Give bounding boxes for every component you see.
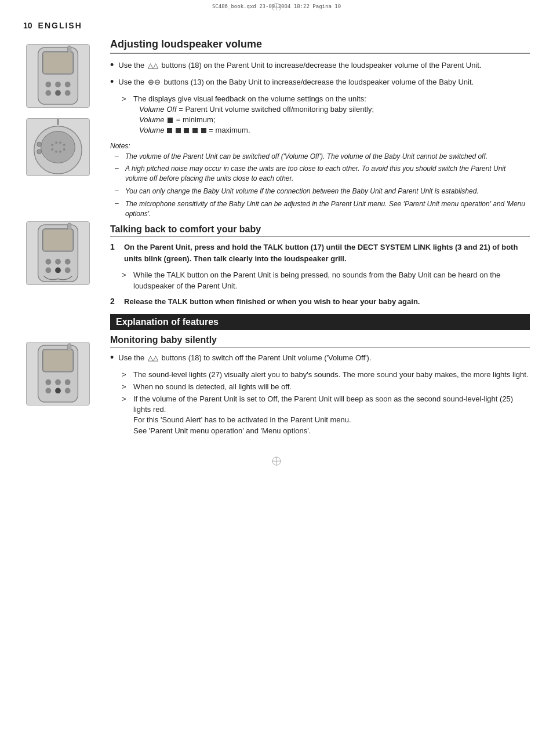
monitoring-sub-2: > When no sound is detected, all lights …	[122, 382, 530, 392]
svg-point-24	[37, 149, 42, 154]
bullet-monitoring-text: Use the △△ buttons (18) to switch off th…	[118, 352, 530, 364]
note-1: – The volume of the Parent Unit can be s…	[115, 152, 530, 162]
svg-point-9	[55, 90, 61, 96]
note-4: – The microphone sensitivity of the Baby…	[115, 199, 530, 219]
step-1-sub: > While the TALK button on the Parent Un…	[122, 270, 530, 291]
notes-label: Notes:	[110, 142, 530, 150]
svg-point-31	[45, 268, 51, 273]
triangle-icon-monitoring: △△	[148, 354, 158, 362]
svg-point-43	[65, 388, 71, 394]
svg-rect-35	[43, 230, 72, 250]
bullet-dot-monitoring: •	[110, 351, 114, 364]
section-adjusting: Adjusting loudspeaker volume • Use the △…	[110, 38, 530, 218]
svg-point-10	[65, 90, 71, 96]
bullet-monitoring: • Use the △△ buttons (18) to switch off …	[110, 352, 530, 364]
section-adjusting-title: Adjusting loudspeaker volume	[110, 38, 530, 54]
bullet-parent-volume-text: Use the △△ buttons (18) on the Parent Un…	[118, 60, 530, 71]
note-3: – You can only change the Baby Unit volu…	[115, 187, 530, 196]
reg-mark-bottom	[0, 450, 553, 474]
svg-point-30	[65, 259, 71, 265]
sub-display-text: The displays give visual feedback on the…	[133, 94, 530, 136]
svg-point-17	[59, 141, 61, 144]
triangle-icon-1: △△	[148, 61, 158, 70]
svg-point-7	[65, 82, 71, 87]
bullet-baby-volume: • Use the ⊕⊖ buttons (13) on the Baby Un…	[110, 76, 530, 89]
svg-point-6	[55, 82, 61, 87]
svg-point-23	[37, 142, 42, 147]
step-2: 2 Release the TALK button when finished …	[110, 296, 530, 308]
page-language: ENGLISH	[38, 21, 82, 30]
step-1-text: On the Parent Unit, press and hold the T…	[124, 242, 530, 264]
bullet-dot-2: •	[110, 75, 114, 89]
page-number: 10	[23, 21, 32, 30]
section-talking: Talking back to comfort your baby 1 On t…	[110, 224, 530, 307]
bullet-parent-volume: • Use the △△ buttons (18) on the Parent …	[110, 60, 530, 72]
monitoring-sub-1: > The sound-level lights (27) visually a…	[122, 370, 530, 380]
bullet-dot-1: •	[110, 59, 114, 72]
svg-point-38	[45, 379, 51, 385]
step-number-2: 2	[110, 297, 124, 306]
svg-point-20	[55, 151, 57, 153]
section-explanation-title: Explanation of features	[110, 314, 530, 330]
svg-rect-12	[43, 53, 72, 73]
svg-point-14	[41, 132, 75, 163]
svg-point-42	[55, 388, 61, 394]
parent-unit-image-3	[26, 342, 90, 406]
svg-point-15	[51, 144, 53, 146]
monitoring-sub-3: > If the volume of the Parent Unit is se…	[122, 394, 530, 436]
vol-min-symbol	[168, 118, 173, 123]
step-2-text: Release the TALK button when finished or…	[124, 296, 530, 308]
section-monitoring-title: Monitoring baby silently	[110, 335, 530, 348]
svg-point-21	[59, 151, 61, 153]
section-talking-title: Talking back to comfort your baby	[110, 224, 530, 237]
svg-point-19	[51, 148, 53, 151]
svg-point-40	[65, 379, 71, 385]
parent-unit-image-1	[26, 44, 90, 108]
svg-point-33	[65, 268, 71, 273]
images-column	[12, 38, 104, 438]
note-2: – A high pitched noise may occur in case…	[115, 164, 530, 184]
sub-bullet-display: > The displays give visual feedback on t…	[122, 94, 530, 136]
page-header: 10 ENGLISH	[0, 10, 553, 32]
svg-rect-45	[43, 350, 72, 371]
svg-point-39	[55, 379, 61, 385]
main-content: Adjusting loudspeaker volume • Use the △…	[0, 32, 553, 450]
section-monitoring: Monitoring baby silently • Use the △△ bu…	[110, 335, 530, 436]
step-1: 1 On the Parent Unit, press and hold the…	[110, 242, 530, 264]
section-explanation: Explanation of features	[110, 314, 530, 330]
svg-point-18	[63, 144, 66, 146]
svg-point-5	[45, 82, 51, 87]
svg-point-29	[55, 259, 61, 265]
svg-point-41	[45, 388, 51, 394]
parent-unit-image-2	[26, 221, 90, 285]
arrow-1: >	[122, 94, 129, 104]
bullet-baby-volume-text: Use the ⊕⊖ buttons (13) on the Baby Unit…	[118, 76, 530, 88]
svg-point-32	[55, 268, 61, 273]
step-number-1: 1	[110, 242, 124, 251]
svg-point-8	[45, 90, 51, 96]
notes-section: Notes: – The volume of the Parent Unit c…	[110, 142, 530, 219]
vol-max-symbols	[166, 126, 209, 134]
svg-point-16	[55, 141, 57, 144]
plus-minus-icon: ⊕⊖	[148, 78, 161, 86]
svg-point-22	[63, 148, 66, 151]
baby-unit-image	[26, 118, 90, 176]
content-column: Adjusting loudspeaker volume • Use the △…	[104, 38, 530, 438]
svg-point-28	[45, 259, 51, 265]
